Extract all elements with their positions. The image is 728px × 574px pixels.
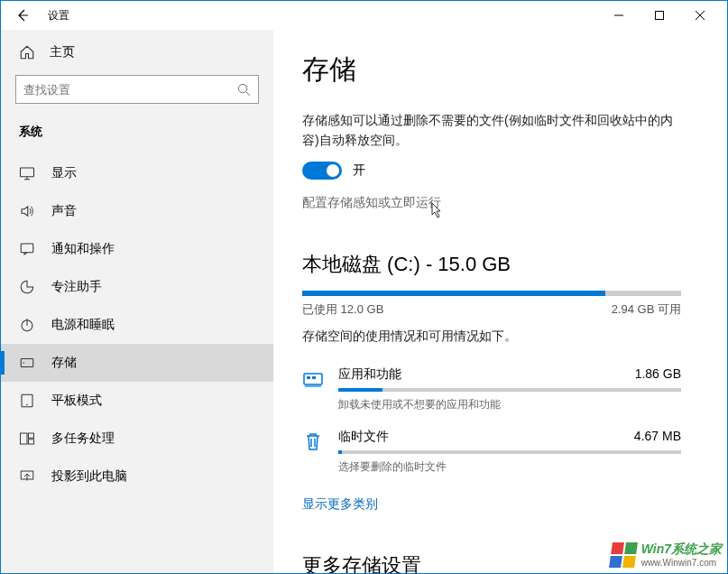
category-subtitle: 卸载未使用或不想要的应用和功能 (338, 397, 681, 412)
disk-free-label: 2.94 GB 可用 (612, 301, 681, 318)
sidebar-section-header: 系统 (1, 120, 273, 154)
category-name: 临时文件 (338, 429, 389, 445)
category-size: 1.86 GB (635, 366, 681, 383)
configure-storage-sense-link[interactable]: 配置存储感知或立即运行 (302, 195, 441, 211)
sidebar-item-multitask[interactable]: 多任务处理 (1, 420, 273, 458)
sound-icon (19, 203, 35, 219)
tablet-icon (19, 393, 35, 409)
disk-heading: 本地磁盘 (C:) - 15.0 GB (302, 251, 684, 278)
multitask-icon (19, 430, 35, 447)
svg-rect-15 (312, 376, 316, 379)
search-input[interactable] (23, 83, 237, 97)
storage-icon (19, 355, 35, 371)
svg-rect-10 (29, 433, 34, 438)
sidebar-home[interactable]: 主页 (1, 37, 273, 75)
home-icon (19, 44, 35, 60)
usage-note: 存储空间的使用情况和可用情况如下。 (302, 329, 684, 345)
storage-sense-description: 存储感知可以通过删除不需要的文件(例如临时文件和回收站中的内容)自动释放空间。 (302, 110, 681, 151)
apps-icon (302, 368, 324, 390)
content-area: 存储 存储感知可以通过删除不需要的文件(例如临时文件和回收站中的内容)自动释放空… (273, 30, 727, 573)
sidebar: 主页 系统 显示 声音 通知和操作 专注助手 电源和睡眠 存储 (1, 30, 273, 573)
close-button[interactable] (679, 1, 720, 30)
show-more-categories-link[interactable]: 显示更多类别 (302, 496, 378, 513)
main-area: 主页 系统 显示 声音 通知和操作 专注助手 电源和睡眠 存储 (1, 30, 727, 573)
sidebar-item-display[interactable]: 显示 (1, 154, 273, 192)
sidebar-item-label: 声音 (51, 203, 77, 219)
storage-sense-toggle-row: 开 (302, 162, 684, 180)
sidebar-item-label: 投影到此电脑 (51, 468, 127, 485)
sidebar-item-storage[interactable]: 存储 (1, 344, 273, 382)
power-icon (19, 317, 35, 333)
disk-used-label: 已使用 12.0 GB (302, 301, 383, 318)
sidebar-item-focus[interactable]: 专注助手 (1, 268, 273, 306)
window-controls (598, 1, 720, 30)
svg-rect-3 (21, 244, 33, 253)
sidebar-item-label: 电源和睡眠 (51, 317, 115, 333)
titlebar: 设置 (1, 1, 727, 30)
sidebar-item-label: 专注助手 (51, 279, 102, 295)
sidebar-item-projecting[interactable]: 投影到此电脑 (1, 458, 273, 495)
category-bar (338, 450, 681, 454)
focus-icon (19, 279, 35, 295)
maximize-icon (655, 11, 664, 20)
sidebar-item-notifications[interactable]: 通知和操作 (1, 230, 273, 268)
sidebar-item-power[interactable]: 电源和睡眠 (1, 306, 273, 344)
maximize-button[interactable] (639, 1, 679, 30)
sidebar-item-tablet[interactable]: 平板模式 (1, 382, 273, 420)
sidebar-home-label: 主页 (50, 44, 75, 60)
disk-usage-stats: 已使用 12.0 GB 2.94 GB 可用 (302, 301, 681, 318)
category-bar (338, 388, 681, 392)
svg-rect-9 (21, 433, 28, 444)
svg-rect-0 (655, 12, 663, 20)
category-temp[interactable]: 临时文件 4.67 MB 选择要删除的临时文件 (302, 429, 681, 475)
minimize-icon (614, 11, 623, 20)
storage-sense-toggle[interactable] (302, 162, 342, 180)
page-title: 存储 (302, 51, 684, 88)
window-title: 设置 (48, 8, 69, 23)
svg-point-1 (238, 84, 246, 92)
svg-point-8 (26, 404, 28, 406)
back-button[interactable] (8, 1, 37, 30)
svg-point-6 (23, 362, 25, 364)
back-arrow-icon (15, 8, 30, 23)
category-apps[interactable]: 应用和功能 1.86 GB 卸载未使用或不想要的应用和功能 (302, 366, 681, 412)
close-icon (696, 11, 705, 20)
more-storage-settings-heading: 更多存储设置 (302, 552, 684, 573)
sidebar-item-label: 显示 (51, 165, 77, 181)
category-name: 应用和功能 (338, 366, 401, 383)
sidebar-item-sound[interactable]: 声音 (1, 192, 273, 230)
svg-rect-11 (29, 440, 34, 444)
disk-usage-bar-fill (302, 291, 605, 296)
minimize-button[interactable] (598, 1, 639, 30)
sidebar-item-label: 平板模式 (51, 393, 102, 409)
toggle-label: 开 (353, 162, 365, 179)
category-size: 4.67 MB (634, 429, 681, 445)
category-subtitle: 选择要删除的临时文件 (338, 459, 681, 475)
search-icon (237, 83, 251, 97)
trash-icon (302, 430, 324, 452)
svg-rect-14 (307, 376, 310, 379)
project-icon (19, 468, 35, 485)
notification-icon (19, 241, 35, 257)
sidebar-item-label: 多任务处理 (51, 430, 115, 447)
sidebar-item-label: 存储 (51, 355, 77, 371)
display-icon (19, 165, 35, 181)
svg-rect-5 (21, 359, 33, 367)
disk-usage-bar (302, 291, 681, 296)
search-box[interactable] (15, 75, 259, 104)
svg-rect-2 (21, 168, 34, 177)
sidebar-item-label: 通知和操作 (51, 241, 115, 257)
